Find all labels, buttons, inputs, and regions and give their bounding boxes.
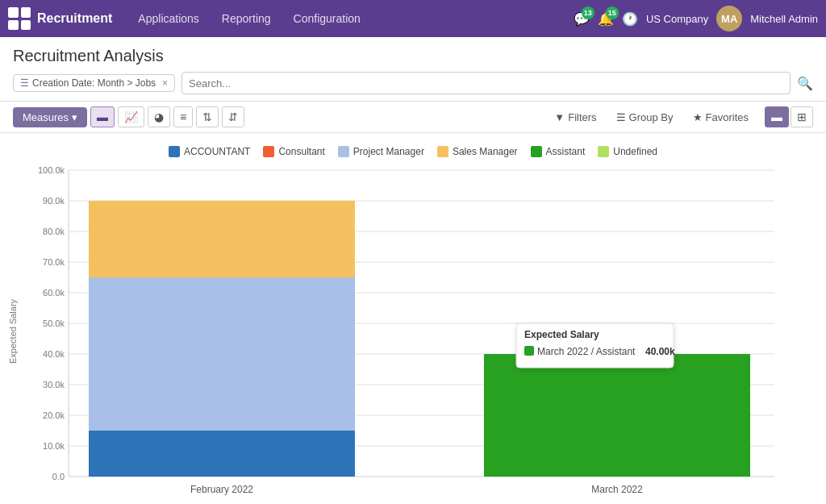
- nav-applications[interactable]: Applications: [128, 7, 209, 30]
- bar-chart-button[interactable]: ▬: [90, 106, 115, 127]
- svg-rect-24: [524, 346, 534, 356]
- page-title: Recruitment Analysis: [13, 47, 813, 65]
- legend-sales-manager: Sales Manager: [437, 146, 518, 157]
- bar-mar-assistant: [484, 354, 750, 477]
- clock-icon-btn[interactable]: 🕐: [622, 11, 638, 27]
- bar-mar-2022[interactable]: [484, 354, 750, 477]
- filter-tag[interactable]: ☰ Creation Date: Month > Jobs ×: [13, 74, 175, 92]
- filters-label: Filters: [568, 111, 596, 123]
- sort-desc-button[interactable]: ⇵: [222, 106, 244, 127]
- legend-assistant: Assistant: [531, 146, 586, 157]
- legend-color-sales-manager: [437, 146, 448, 157]
- legend-color-undefined: [598, 146, 609, 157]
- company-name[interactable]: US Company: [646, 13, 708, 25]
- legend-label-sales-manager: Sales Manager: [453, 146, 518, 157]
- measures-chevron: ▾: [72, 111, 77, 123]
- legend-color-project-manager: [338, 146, 349, 157]
- brand-icon: [8, 7, 31, 30]
- group-by-label: Group By: [629, 111, 674, 123]
- pie-chart-button[interactable]: ◕: [148, 106, 170, 127]
- list-view-button[interactable]: ≡: [173, 106, 193, 127]
- measures-bar: Measures ▾ ▬ 📈 ◕ ≡ ⇅ ⇵ ▼ Filters ☰ Group…: [0, 102, 826, 133]
- legend-consultant: Consultant: [263, 146, 324, 157]
- favorites-button[interactable]: ★ Favorites: [686, 108, 755, 127]
- search-input[interactable]: [181, 72, 791, 94]
- pivot-view-button[interactable]: ⊞: [791, 106, 813, 127]
- legend-label-assistant: Assistant: [546, 146, 586, 157]
- filter-tag-icon: ☰: [20, 77, 29, 89]
- x-axis-label: Creation Date: [0, 501, 826, 504]
- line-chart-button[interactable]: 📈: [118, 106, 144, 127]
- chat-badge: 13: [582, 6, 594, 19]
- y-axis-label: Expected Salary: [8, 162, 23, 501]
- bar-feb-accountant: [89, 431, 355, 477]
- legend-label-accountant: ACCOUNTANT: [184, 146, 250, 157]
- svg-text:March 2022 / Assistant: March 2022 / Assistant: [537, 346, 636, 357]
- chart-svg: 100.0k 90.0k 80.0k 70.0k 60.0k 50.0k 40.…: [24, 162, 799, 501]
- svg-text:40.0k: 40.0k: [43, 349, 65, 359]
- notification-icon-btn[interactable]: 🔔 15: [598, 11, 614, 27]
- page-toolbar: ☰ Creation Date: Month > Jobs × 🔍: [13, 72, 813, 94]
- chart-legend: ACCOUNTANT Consultant Project Manager Sa…: [0, 141, 826, 162]
- legend-label-consultant: Consultant: [278, 146, 324, 157]
- filter-icon: ▼: [554, 111, 565, 123]
- filter-tag-close[interactable]: ×: [162, 77, 168, 89]
- svg-text:80.0k: 80.0k: [43, 227, 65, 236]
- chat-icon-btn[interactable]: 💬 13: [574, 11, 590, 27]
- svg-text:100.0k: 100.0k: [38, 165, 65, 175]
- filters-button[interactable]: ▼ Filters: [548, 108, 603, 127]
- measures-button[interactable]: Measures ▾: [13, 107, 87, 127]
- notification-badge: 15: [606, 6, 619, 19]
- svg-text:40.00k: 40.00k: [645, 346, 675, 357]
- svg-text:60.0k: 60.0k: [43, 288, 65, 298]
- bar-feb-project-manager: [89, 277, 355, 431]
- nav-reporting[interactable]: Reporting: [212, 7, 281, 30]
- favorites-label: Favorites: [706, 111, 749, 123]
- x-label-feb: February 2022: [190, 484, 253, 495]
- group-controls: ▼ Filters ☰ Group By ★ Favorites: [548, 108, 755, 127]
- sort-asc-button[interactable]: ⇅: [196, 106, 219, 127]
- x-label-mar: March 2022: [591, 484, 643, 495]
- svg-text:Expected Salary: Expected Salary: [524, 329, 599, 340]
- chart-area: ACCOUNTANT Consultant Project Manager Sa…: [0, 133, 826, 504]
- topnav: Recruitment Applications Reporting Confi…: [0, 0, 826, 37]
- legend-undefined: Undefined: [598, 146, 657, 157]
- filter-tag-label: Creation Date: Month > Jobs: [32, 77, 156, 89]
- topnav-right: 💬 13 🔔 15 🕐 US Company MA Mitchell Admin: [574, 6, 818, 31]
- page-container: Recruitment Analysis ☰ Creation Date: Mo…: [0, 37, 826, 504]
- username: Mitchell Admin: [750, 13, 818, 25]
- brand[interactable]: Recruitment: [8, 7, 112, 30]
- legend-label-undefined: Undefined: [613, 146, 657, 157]
- legend-color-accountant: [169, 146, 180, 157]
- svg-text:70.0k: 70.0k: [43, 257, 65, 267]
- svg-text:20.0k: 20.0k: [43, 410, 65, 420]
- svg-text:50.0k: 50.0k: [43, 319, 65, 328]
- svg-text:0.0: 0.0: [52, 472, 65, 481]
- tooltip: Expected Salary March 2022 / Assistant 4…: [516, 323, 675, 368]
- legend-project-manager: Project Manager: [338, 146, 424, 157]
- group-by-button[interactable]: ☰ Group By: [610, 108, 680, 127]
- star-icon: ★: [693, 111, 703, 123]
- measures-label: Measures: [23, 111, 69, 123]
- svg-text:10.0k: 10.0k: [43, 441, 65, 451]
- nav-configuration[interactable]: Configuration: [284, 7, 370, 30]
- legend-label-project-manager: Project Manager: [353, 146, 424, 157]
- chart-view-button[interactable]: ▬: [765, 106, 789, 127]
- legend-accountant: ACCOUNTANT: [169, 146, 250, 157]
- brand-name: Recruitment: [37, 11, 112, 26]
- search-button[interactable]: 🔍: [797, 76, 813, 91]
- legend-color-consultant: [263, 146, 274, 157]
- view-mode-buttons: ▬ ⊞: [765, 106, 813, 127]
- bar-feb-2022[interactable]: [89, 201, 355, 477]
- bar-feb-sales-manager: [89, 201, 355, 277]
- svg-text:30.0k: 30.0k: [43, 380, 65, 389]
- avatar[interactable]: MA: [716, 6, 742, 31]
- nav-links: Applications Reporting Configuration: [128, 7, 574, 30]
- page-header: Recruitment Analysis ☰ Creation Date: Mo…: [0, 37, 826, 102]
- svg-text:90.0k: 90.0k: [43, 196, 65, 206]
- legend-color-assistant: [531, 146, 542, 157]
- group-by-icon: ☰: [616, 111, 626, 123]
